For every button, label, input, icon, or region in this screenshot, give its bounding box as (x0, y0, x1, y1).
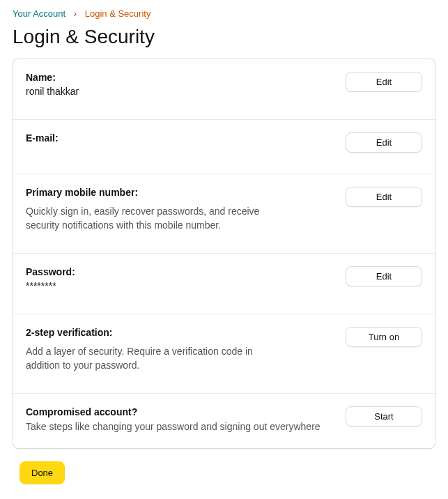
edit-name-button[interactable]: Edit (346, 72, 422, 92)
phone-label: Primary mobile number: (26, 187, 332, 198)
row-compromised-content: Compromised account? Take steps like cha… (26, 406, 346, 434)
name-value: ronil thakkar (26, 86, 332, 97)
start-compromised-button[interactable]: Start (346, 406, 422, 427)
twostep-label: 2-step verification: (26, 327, 332, 338)
row-twostep: 2-step verification: Add a layer of secu… (13, 314, 435, 394)
breadcrumb: Your Account › Login & Security (13, 8, 435, 19)
page-title: Login & Security (13, 26, 435, 48)
row-password-content: Password: ******** (26, 266, 346, 293)
password-label: Password: (26, 266, 332, 277)
edit-email-button[interactable]: Edit (346, 132, 422, 153)
row-email-content: E-mail: (26, 132, 346, 146)
password-value: ******** (26, 280, 332, 291)
name-label: Name: (26, 72, 332, 83)
row-twostep-content: 2-step verification: Add a layer of secu… (26, 327, 346, 372)
row-name: Name: ronil thakkar Edit (13, 59, 435, 120)
row-compromised: Compromised account? Take steps like cha… (13, 394, 435, 448)
twostep-desc: Add a layer of security. Require a verif… (26, 345, 277, 372)
row-email: E-mail: Edit (13, 120, 435, 174)
edit-password-button[interactable]: Edit (346, 266, 422, 286)
edit-phone-button[interactable]: Edit (346, 187, 422, 207)
email-label: E-mail: (26, 132, 332, 144)
compromised-desc: Take steps like changing your password a… (26, 420, 332, 434)
row-name-content: Name: ronil thakkar (26, 72, 346, 98)
settings-card: Name: ronil thakkar Edit E-mail: Edit Pr… (13, 59, 435, 449)
breadcrumb-current: Login & Security (85, 8, 151, 19)
row-phone-content: Primary mobile number: Quickly sign in, … (26, 187, 346, 232)
row-password: Password: ******** Edit (13, 254, 435, 314)
turnon-twostep-button[interactable]: Turn on (346, 327, 422, 347)
phone-desc: Quickly sign in, easily recover password… (26, 205, 277, 232)
breadcrumb-root-link[interactable]: Your Account (13, 8, 65, 19)
row-phone: Primary mobile number: Quickly sign in, … (13, 174, 435, 254)
breadcrumb-separator: › (74, 8, 77, 19)
compromised-label: Compromised account? (26, 406, 332, 417)
done-button[interactable]: Done (20, 461, 65, 484)
